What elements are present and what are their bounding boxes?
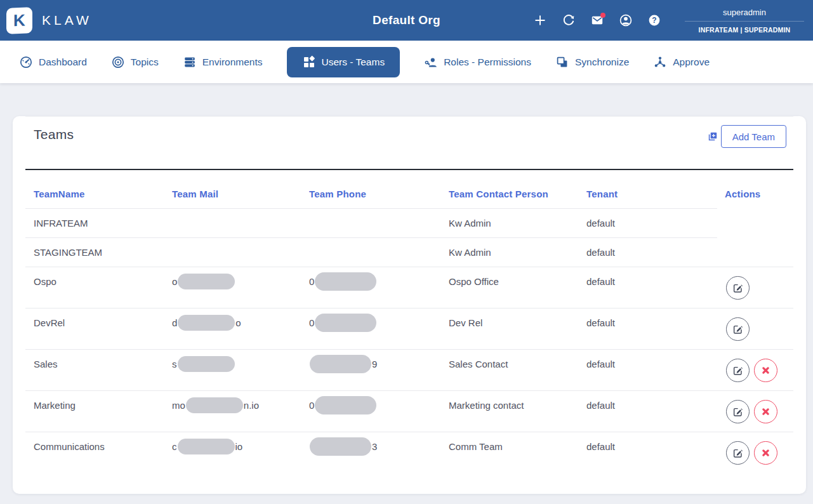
redacted-value bbox=[310, 355, 371, 373]
actions-cell bbox=[717, 238, 793, 267]
page-body: Teams Add Team TeamNameTeam MailTeam Pho… bbox=[0, 83, 813, 504]
klaw-logo-icon: K bbox=[6, 7, 32, 34]
header-actions: ? bbox=[532, 13, 662, 28]
delete-x-icon bbox=[760, 406, 771, 417]
redacted-suffix: io bbox=[235, 441, 243, 452]
mail-button[interactable] bbox=[590, 13, 605, 28]
account-button[interactable] bbox=[618, 13, 633, 28]
delete-team-button[interactable] bbox=[754, 359, 777, 382]
main-nav: DashboardTopicsEnvironmentsUsers - Teams… bbox=[0, 41, 813, 83]
team-name-cell: Ospo bbox=[25, 267, 164, 308]
tenant-cell: default bbox=[578, 432, 717, 473]
team-mail-cell: mon.io bbox=[164, 391, 301, 432]
redacted-suffix: 3 bbox=[372, 441, 377, 452]
help-button[interactable]: ? bbox=[647, 13, 662, 28]
redacted-value bbox=[315, 272, 376, 291]
table-row: Marketingmon.io0Marketing contactdefault bbox=[25, 391, 793, 432]
nav-item-environments[interactable]: Environments bbox=[183, 55, 263, 69]
redacted-suffix: n.io bbox=[244, 400, 259, 411]
nav-item-roles-permissions[interactable]: Roles - Permissions bbox=[424, 55, 531, 69]
svg-text:?: ? bbox=[652, 16, 656, 25]
redacted-prefix: s bbox=[172, 359, 177, 369]
add-button[interactable] bbox=[532, 13, 548, 28]
tenant-cell: default bbox=[578, 209, 717, 237]
actions-cell bbox=[717, 308, 793, 349]
teams-table: TeamNameTeam MailTeam PhoneTeam Contact … bbox=[25, 170, 793, 473]
nav-item-users-teams[interactable]: Users - Teams bbox=[287, 47, 400, 77]
redacted-prefix: o bbox=[172, 276, 177, 287]
team-phone-cell: 9 bbox=[301, 350, 440, 390]
roles-icon bbox=[424, 55, 438, 69]
team-name-cell: DevRel bbox=[25, 308, 164, 349]
team-contact-cell: Kw Admin bbox=[440, 209, 578, 237]
team-name-cell: STAGINGTEAM bbox=[25, 238, 164, 267]
delete-x-icon bbox=[760, 365, 771, 376]
edit-team-button[interactable] bbox=[726, 400, 750, 423]
team-mail-cell: o bbox=[164, 267, 301, 308]
actions-cell bbox=[717, 391, 793, 432]
edit-team-button[interactable] bbox=[726, 317, 750, 341]
nav-item-topics[interactable]: Topics bbox=[111, 55, 159, 69]
actions-cell bbox=[717, 432, 793, 473]
column-header-team-mail: Team Mail bbox=[164, 170, 301, 208]
nav-item-dashboard[interactable]: Dashboard bbox=[19, 55, 87, 69]
synchronize-icon bbox=[555, 55, 569, 69]
redacted-value bbox=[178, 356, 235, 372]
team-mail-cell: do bbox=[164, 308, 301, 349]
table-row: Communicationscio3Comm Teamdefault bbox=[25, 432, 793, 473]
nav-item-approve[interactable]: Approve bbox=[653, 55, 710, 69]
column-header-teamname: TeamName bbox=[25, 170, 164, 208]
redacted-value bbox=[315, 314, 376, 332]
nav-item-label: Dashboard bbox=[39, 56, 87, 68]
team-phone-cell: 0 bbox=[301, 267, 440, 308]
team-phone-cell: 0 bbox=[301, 308, 440, 349]
brand-name: KLAW bbox=[42, 13, 92, 28]
team-phone-cell bbox=[301, 209, 440, 237]
actions-cell bbox=[717, 350, 793, 390]
team-contact-cell: Ospo Office bbox=[440, 267, 578, 308]
redacted-prefix: 0 bbox=[309, 317, 314, 328]
table-header-row: TeamNameTeam MailTeam PhoneTeam Contact … bbox=[25, 170, 793, 208]
team-mail-cell bbox=[164, 209, 301, 237]
column-header-team-phone: Team Phone bbox=[301, 170, 440, 208]
column-header-actions: Actions bbox=[717, 170, 793, 208]
column-header-team-contact-person: Team Contact Person bbox=[440, 170, 578, 208]
user-menu[interactable]: superadmin INFRATEAM | SUPERADMIN bbox=[685, 8, 804, 34]
user-name: superadmin bbox=[685, 8, 804, 22]
brand-logo[interactable]: K KLAW bbox=[6, 8, 92, 34]
tenant-cell: default bbox=[578, 267, 717, 308]
table-row: Ospoo0Ospo Officedefault bbox=[25, 267, 793, 308]
delete-team-button[interactable] bbox=[754, 400, 777, 423]
delete-team-button[interactable] bbox=[754, 441, 777, 465]
team-mail-cell bbox=[164, 238, 301, 267]
edit-team-button[interactable] bbox=[726, 276, 750, 300]
edit-team-button[interactable] bbox=[726, 441, 750, 465]
nav-item-label: Roles - Permissions bbox=[444, 56, 531, 68]
team-contact-cell: Dev Rel bbox=[440, 308, 578, 349]
team-name-cell: Marketing bbox=[25, 391, 164, 432]
nav-item-label: Environments bbox=[202, 56, 263, 68]
redacted-prefix: 0 bbox=[309, 400, 314, 411]
redacted-suffix: 9 bbox=[372, 359, 377, 369]
add-team-button[interactable]: Add Team bbox=[721, 125, 786, 148]
team-contact-cell: Sales Contact bbox=[440, 350, 578, 390]
redacted-value bbox=[315, 396, 376, 414]
redacted-value bbox=[186, 397, 243, 413]
nav-item-label: Synchronize bbox=[575, 56, 629, 68]
add-team-icon bbox=[708, 131, 718, 142]
redacted-value bbox=[178, 315, 235, 331]
edit-team-button[interactable] bbox=[726, 359, 750, 382]
actions-cell bbox=[717, 209, 793, 237]
tenant-cell: default bbox=[578, 238, 717, 267]
team-name-cell: Sales bbox=[25, 350, 164, 390]
tenant-cell: default bbox=[578, 350, 717, 390]
help-icon: ? bbox=[647, 13, 661, 27]
nav-item-synchronize[interactable]: Synchronize bbox=[555, 55, 629, 69]
redacted-value bbox=[178, 439, 235, 454]
refresh-button[interactable] bbox=[561, 13, 576, 28]
approve-icon bbox=[653, 55, 667, 69]
redacted-prefix: d bbox=[172, 317, 177, 328]
nav-item-label: Approve bbox=[673, 56, 710, 68]
delete-x-icon bbox=[760, 448, 771, 458]
redacted-prefix: 0 bbox=[309, 276, 314, 287]
